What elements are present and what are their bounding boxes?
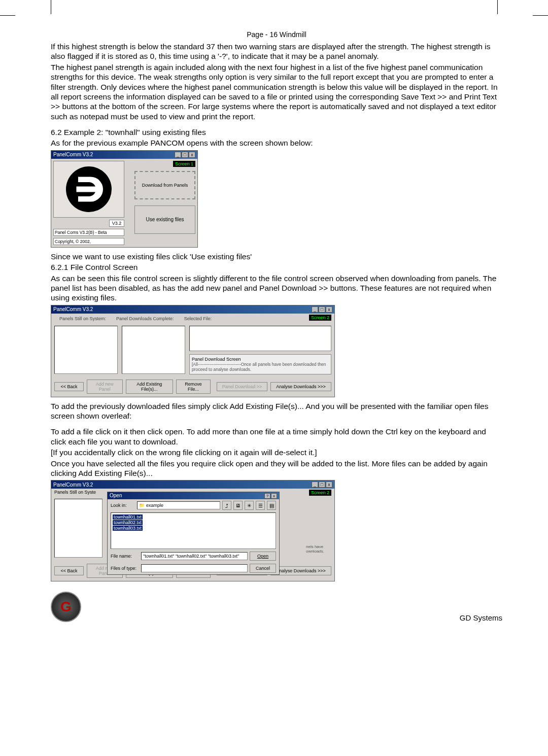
- window-title: PanelComm V3.2: [53, 482, 93, 488]
- dialog-controls: ?x: [264, 493, 277, 499]
- paragraph: As can be seen this file control screen …: [51, 273, 502, 303]
- paragraph: Once you have selected all the files you…: [51, 459, 502, 478]
- close-icon[interactable]: x: [326, 306, 332, 313]
- paragraph: [If you accidentally click on the wrong …: [51, 448, 502, 457]
- cancel-button[interactable]: Cancel: [250, 564, 276, 573]
- logo-box: [53, 161, 124, 218]
- paragraph: Since we want to use existing files clic…: [51, 252, 502, 261]
- screenshot-open-dialog: PanelComm V3.2 _□x Panels Still on Syste…: [51, 480, 335, 581]
- col-selected-file: Selected File:: [179, 315, 217, 323]
- dialog-titlebar: Open ?x: [108, 492, 279, 499]
- screenshot-welcome: PanelComm V3.2 _□x V3.2 Panel Coms V3.2(…: [51, 150, 198, 248]
- status-line-2: Copyright, © 2002, Electrodetectors.: [53, 238, 124, 245]
- truncated-text: nels have ownloads.: [306, 499, 331, 558]
- close-icon[interactable]: x: [189, 152, 195, 158]
- selected-file-box: [189, 326, 331, 351]
- desktop-icon[interactable]: 🖥: [233, 501, 243, 510]
- dialog-title: Open: [110, 493, 122, 499]
- use-existing-files-button[interactable]: Use existing files: [134, 205, 195, 234]
- col-panels-still: Panels Still on System:: [54, 315, 111, 323]
- back-button[interactable]: << Back: [54, 566, 84, 575]
- paragraph: To add the previously downloaded files s…: [51, 401, 502, 421]
- paragraph: As for the previous example PANCOM opens…: [51, 138, 502, 148]
- download-from-panels-button[interactable]: Download from Panels: [134, 171, 195, 199]
- version-label: V3.2: [109, 220, 124, 227]
- panels-still-list[interactable]: [54, 499, 102, 558]
- close-icon[interactable]: x: [326, 482, 332, 488]
- filetype-label: Files of type:: [111, 566, 139, 571]
- list-view-icon[interactable]: ☰: [256, 501, 265, 510]
- titlebar: PanelComm V3.2 _□x: [51, 151, 197, 159]
- screen-indicator: Screen 2: [309, 490, 331, 496]
- status-line-1: Panel Coms V3.2(B) - Beta Release.: [53, 229, 124, 236]
- file-item[interactable]: townhall03.txt: [113, 526, 143, 531]
- analyse-downloads-button[interactable]: Analyse Downloads >>>: [270, 566, 331, 575]
- minimize-icon[interactable]: _: [175, 152, 181, 158]
- look-in-label: Look in:: [111, 503, 135, 508]
- footer-text: GD Systems: [460, 613, 502, 622]
- column-headers: Panels Still on System: Panel Downloads …: [54, 315, 217, 323]
- panel-download-text: [All------------------------------Once a…: [192, 362, 329, 372]
- filename-label: File name:: [111, 554, 139, 559]
- window-title: PanelComm V3.2: [53, 306, 93, 312]
- titlebar: PanelComm V3.2 _□x: [51, 305, 334, 314]
- logo-ed: [66, 166, 112, 212]
- footer-logo: G: [51, 592, 81, 622]
- window-controls: _□x: [311, 306, 332, 313]
- look-in-combo[interactable]: 📁 example: [137, 501, 220, 509]
- minimize-icon[interactable]: _: [312, 482, 318, 488]
- maximize-icon[interactable]: □: [182, 152, 188, 158]
- filename-input[interactable]: "townhall01.txt" "townhall02.txt" "townh…: [141, 552, 248, 560]
- maximize-icon[interactable]: □: [319, 482, 325, 488]
- paragraph: To add a file click on it then click ope…: [51, 427, 502, 446]
- open-file-dialog: Open ?x Look in: 📁 example ⮥ 🖥 ✳ ☰ ▤ tow…: [107, 492, 280, 575]
- screen-indicator: Screen 2: [309, 315, 331, 321]
- panels-still-list[interactable]: [54, 326, 118, 374]
- remove-file-button[interactable]: Remove File...: [176, 380, 211, 394]
- col-panels-still: Panels Still on Syste: [54, 490, 96, 496]
- close-icon[interactable]: x: [271, 493, 277, 499]
- file-item[interactable]: townhall02.txt: [113, 520, 143, 525]
- help-icon[interactable]: ?: [264, 493, 270, 499]
- downloads-complete-list[interactable]: [122, 326, 185, 374]
- heading-6-2-1: 6.2.1 File Control Screen: [51, 262, 502, 272]
- panel-download-info: Panel Download Screen [All--------------…: [189, 354, 331, 374]
- heading-6-2: 6.2 Example 2: "townhall" using existing…: [51, 127, 502, 137]
- file-list[interactable]: townhall01.txt townhall02.txt townhall03…: [111, 512, 276, 549]
- maximize-icon[interactable]: □: [319, 306, 325, 313]
- minimize-icon[interactable]: _: [312, 306, 318, 313]
- open-button[interactable]: Open: [250, 552, 276, 561]
- file-item[interactable]: townhall01.txt: [113, 514, 143, 520]
- titlebar: PanelComm V3.2 _□x: [51, 480, 334, 489]
- add-existing-files-button[interactable]: Add Existing File(s)...: [126, 380, 173, 394]
- page-header: Page - 16 Windmill: [51, 30, 502, 39]
- look-in-value: example: [146, 503, 163, 508]
- panel-download-title: Panel Download Screen: [192, 357, 329, 362]
- paragraph: If this highest strength is below the st…: [51, 42, 502, 61]
- window-title: PanelComm V3.2: [53, 152, 93, 157]
- paragraph: The highest panel strength is again incl…: [51, 62, 502, 121]
- back-button[interactable]: << Back: [54, 382, 84, 391]
- add-new-panel-button: Add new Panel: [87, 380, 123, 394]
- filetype-combo[interactable]: [141, 564, 248, 572]
- window-controls: _□x: [174, 152, 195, 158]
- new-folder-icon[interactable]: ✳: [245, 501, 254, 510]
- analyse-downloads-button[interactable]: Analyse Downloads >>>: [270, 382, 331, 391]
- col-downloads-complete: Panel Downloads Complete:: [111, 315, 179, 323]
- up-folder-icon[interactable]: ⮥: [222, 501, 231, 510]
- screen-indicator: Screen 1: [173, 161, 195, 167]
- details-view-icon[interactable]: ▤: [267, 501, 276, 510]
- window-controls: _□x: [311, 482, 332, 488]
- screenshot-file-control: PanelComm V3.2 _□x Panels Still on Syste…: [51, 305, 335, 397]
- panel-download-button: Panel Download >>: [217, 382, 267, 391]
